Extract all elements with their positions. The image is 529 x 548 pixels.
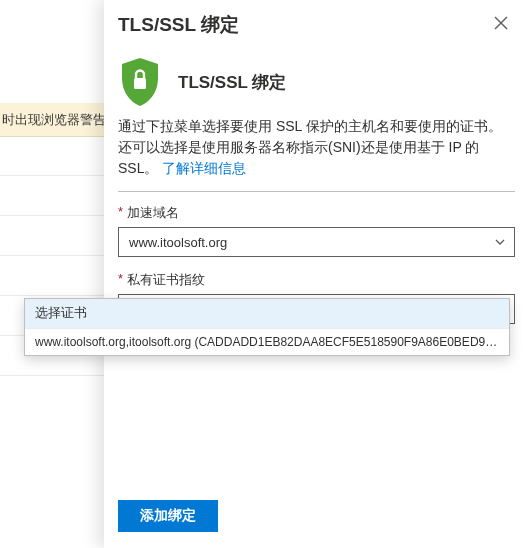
root: 时出现浏览器警告/ TLS/SSL 绑定 bbox=[0, 0, 529, 548]
panel-title: TLS/SSL 绑定 bbox=[118, 12, 239, 38]
panel-description: 通过下拉菜单选择要使用 SSL 保护的主机名和要使用的证书。还可以选择是使用服务… bbox=[104, 116, 529, 185]
section-header: TLS/SSL 绑定 bbox=[104, 38, 529, 116]
certificate-option-1[interactable]: www.itoolsoft.org,itoolsoft.org (CADDADD… bbox=[25, 328, 509, 355]
section-title: TLS/SSL 绑定 bbox=[178, 71, 286, 94]
panel-actions: 添加绑定 bbox=[104, 488, 529, 548]
grid-line bbox=[0, 215, 104, 216]
certificate-option-placeholder[interactable]: 选择证书 bbox=[25, 299, 509, 328]
close-button[interactable] bbox=[487, 10, 515, 38]
svg-rect-2 bbox=[134, 78, 146, 89]
grid-line bbox=[0, 375, 104, 376]
grid-line bbox=[0, 175, 104, 176]
required-marker: * bbox=[118, 204, 123, 222]
shield-lock-icon bbox=[118, 56, 162, 108]
certificate-label-row: * 私有证书指纹 bbox=[118, 271, 515, 289]
chevron-down-icon bbox=[494, 236, 506, 248]
panel-header: TLS/SSL 绑定 bbox=[104, 0, 529, 38]
grid-line bbox=[0, 255, 104, 256]
domain-select-value: www.itoolsoft.org bbox=[129, 235, 227, 250]
required-marker: * bbox=[118, 271, 123, 289]
domain-field: * 加速域名 www.itoolsoft.org bbox=[104, 204, 529, 271]
divider bbox=[118, 191, 515, 192]
tls-ssl-binding-panel: TLS/SSL 绑定 TLS/SSL 绑定 通过下拉菜单选择要使用 bbox=[104, 0, 529, 548]
domain-label-row: * 加速域名 bbox=[118, 204, 515, 222]
domain-select[interactable]: www.itoolsoft.org bbox=[118, 227, 515, 257]
add-binding-button[interactable]: 添加绑定 bbox=[118, 500, 218, 532]
left-pane: 时出现浏览器警告/ bbox=[0, 0, 104, 548]
certificate-dropdown-list: 选择证书 www.itoolsoft.org,itoolsoft.org (CA… bbox=[24, 298, 510, 356]
domain-label: 加速域名 bbox=[127, 204, 179, 222]
certificate-label: 私有证书指纹 bbox=[127, 271, 205, 289]
grid-line bbox=[0, 295, 104, 296]
browser-warning-banner: 时出现浏览器警告/ bbox=[0, 103, 104, 137]
learn-more-link[interactable]: 了解详细信息 bbox=[162, 160, 246, 176]
close-icon bbox=[494, 16, 508, 33]
